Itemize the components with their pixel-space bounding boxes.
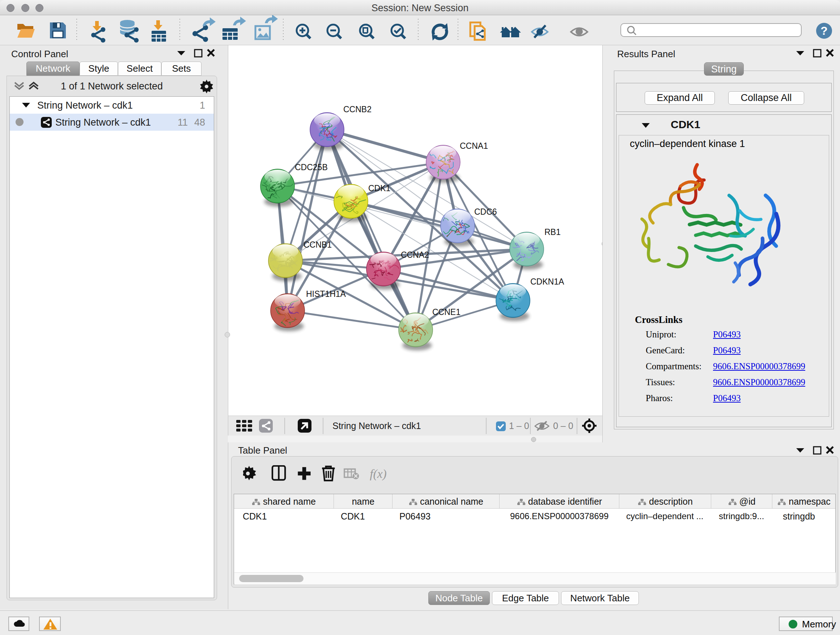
svg-text:CDKN1A: CDKN1A: [531, 277, 564, 287]
svg-text:CCNA1: CCNA1: [460, 141, 488, 150]
svg-text:?: ?: [821, 24, 828, 37]
svg-text:CDC25B: CDC25B: [295, 163, 328, 172]
svg-text:CDK1: CDK1: [368, 184, 390, 193]
svg-text:CCNB1: CCNB1: [303, 240, 332, 249]
svg-text:RB1: RB1: [545, 227, 561, 237]
svg-text:CCNB2: CCNB2: [343, 105, 371, 114]
svg-text:HIST1H1A: HIST1H1A: [306, 289, 346, 299]
svg-text:CDC6: CDC6: [474, 207, 497, 217]
svg-text:CCNA2: CCNA2: [401, 250, 429, 260]
svg-text:1 – 0: 1 – 0: [509, 421, 529, 431]
svg-text:String Network – cdk1: String Network – cdk1: [332, 421, 421, 431]
svg-text:f(x): f(x): [370, 467, 386, 481]
svg-text:0 – 0: 0 – 0: [553, 421, 573, 431]
svg-text:CCNE1: CCNE1: [432, 307, 461, 317]
